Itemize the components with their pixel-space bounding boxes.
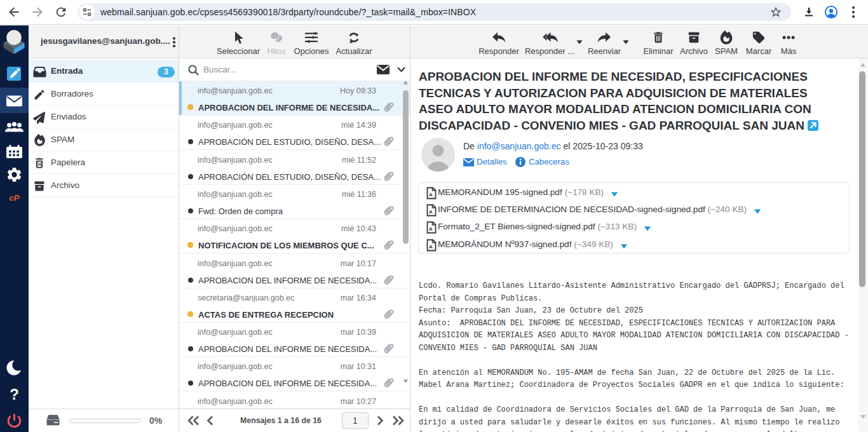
svg-text:A: A bbox=[429, 244, 433, 250]
svg-text:A: A bbox=[429, 226, 433, 232]
svg-text:A: A bbox=[429, 192, 433, 198]
svg-text:A: A bbox=[429, 209, 433, 215]
